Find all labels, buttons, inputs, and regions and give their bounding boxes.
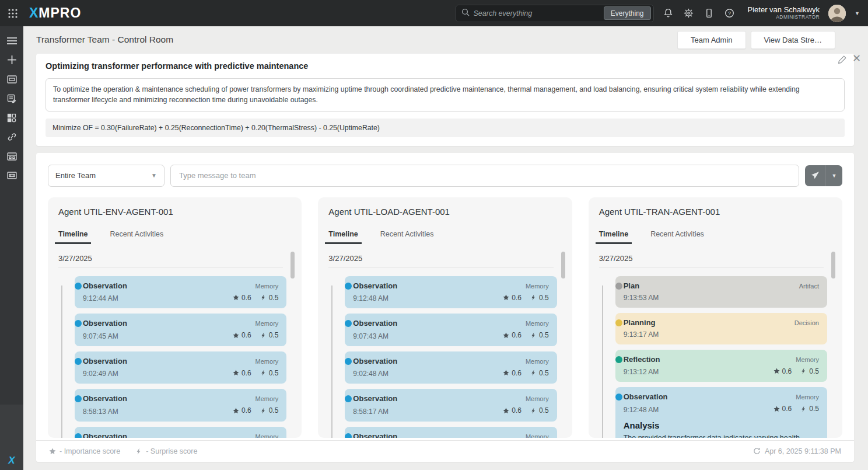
- timeline-entry[interactable]: PlanArtifact 9:13:53 AM: [615, 276, 827, 308]
- importance-legend: - Importance score: [49, 447, 120, 455]
- objective-card: Optimizing transformer performance with …: [36, 54, 854, 146]
- entry-type: Memory: [526, 283, 549, 290]
- tab-timeline[interactable]: Timeline: [599, 230, 628, 244]
- notifications-icon[interactable]: [663, 8, 674, 19]
- entry-type: Memory: [526, 320, 549, 327]
- user-menu[interactable]: Pieter van Schalkwyk ADMINISTRATOR: [748, 6, 820, 20]
- objective-description: To optimize the operation & maintenance …: [46, 78, 845, 112]
- timeline-dot: [75, 283, 82, 290]
- lightning-icon: [530, 408, 537, 414]
- menu-icon[interactable]: [0, 31, 23, 50]
- lightning-icon: [530, 332, 537, 339]
- objective-formula: Minimize OF = 0.30(FailureRate) + 0.25(R…: [46, 119, 845, 137]
- settings-gear-icon[interactable]: [683, 8, 695, 19]
- analysis-heading: Analysis: [624, 420, 819, 430]
- team-admin-button[interactable]: Team Admin: [677, 31, 746, 49]
- entry-title: Observation: [83, 357, 127, 365]
- panel-icon[interactable]: [0, 69, 23, 89]
- timeline-entry[interactable]: ObservationMemory 9:02:49 AM0.60.5: [75, 351, 286, 384]
- lightning-icon: [260, 408, 267, 414]
- scrollbar-thumb[interactable]: [290, 252, 295, 278]
- timeline-dot: [75, 358, 82, 365]
- timeline-entry[interactable]: ObservationMemory 9:07:43 AM0.60.5: [345, 314, 556, 346]
- svg-text:?: ?: [728, 11, 731, 16]
- message-input[interactable]: [170, 165, 799, 187]
- entry-type: Memory: [526, 433, 549, 438]
- timeline-entry[interactable]: PlanningDecision 9:13:17 AM: [615, 313, 827, 344]
- timeline-entry[interactable]: ReflectionMemory 9:13:12 AM0.60.5: [615, 350, 827, 382]
- refresh-icon[interactable]: [753, 447, 761, 455]
- link-icon[interactable]: [0, 127, 23, 147]
- app-launcher-icon[interactable]: [5, 5, 21, 22]
- scrollbar-thumb[interactable]: [561, 252, 565, 278]
- agent-card: Agent UTIL-TRAN-AGENT-001 Timeline Recen…: [589, 197, 842, 438]
- entry-type: Memory: [256, 433, 279, 438]
- timeline-entry[interactable]: ObservationMemory 9:12:44 AM0.60.5: [75, 276, 286, 309]
- blocks-icon[interactable]: [0, 108, 23, 127]
- add-icon[interactable]: [0, 50, 23, 69]
- last-updated-text: Apr 6, 2025 9:11:38 PM: [765, 447, 841, 455]
- agent-tabs: Timeline Recent Activities: [58, 230, 291, 244]
- calculator-icon[interactable]: [0, 147, 23, 166]
- entry-scores: 0.60.5: [233, 294, 278, 302]
- mobile-device-icon[interactable]: [704, 8, 715, 19]
- entry-time: 9:13:17 AM: [624, 330, 659, 339]
- send-icon[interactable]: [805, 165, 826, 186]
- timeline-entry[interactable]: ObservationMemory 9:12:48 AM0.60.5 Analy…: [615, 387, 827, 438]
- star-icon: [233, 294, 239, 301]
- timeline-dot: [615, 394, 622, 401]
- entry-time: 9:02:49 AM: [83, 370, 118, 378]
- timeline-entry[interactable]: ObservationMemory 8:37:53 AM0.60.5: [75, 427, 286, 438]
- clipboard-icon[interactable]: [0, 89, 23, 108]
- send-options-caret-icon[interactable]: ▼: [826, 165, 842, 186]
- entry-type: Decision: [794, 319, 819, 326]
- lightning-icon: [135, 448, 142, 455]
- close-icon[interactable]: ✕: [852, 53, 861, 64]
- view-data-stream-button[interactable]: View Data Stre…: [751, 31, 835, 49]
- tab-timeline[interactable]: Timeline: [328, 230, 358, 244]
- main-content: ✕ Transformer Team - Control Room Team A…: [23, 26, 868, 470]
- timeline-entries: PlanArtifact 9:13:53 AM PlanningDecision…: [599, 276, 827, 438]
- panel-footer: - Importance score - Surprise score Apr …: [36, 440, 854, 462]
- lightning-icon: [530, 370, 537, 376]
- entry-scores: 0.60.5: [503, 294, 548, 302]
- tab-recent-activities[interactable]: Recent Activities: [380, 230, 434, 244]
- table-icon[interactable]: [0, 166, 23, 185]
- timeline-scroll-area: 3/27/2025 PlanArtifact 9:13:53 AM Planni…: [599, 254, 832, 438]
- search-scope-button[interactable]: Everything: [604, 6, 651, 20]
- search-box[interactable]: Everything: [456, 5, 654, 22]
- timeline-entry[interactable]: ObservationMemory 8:37:47 AM0.60.5: [345, 427, 556, 438]
- user-caret-icon[interactable]: ▼: [855, 11, 860, 16]
- entry-time: 8:58:17 AM: [353, 408, 388, 416]
- tab-recent-activities[interactable]: Recent Activities: [650, 230, 704, 244]
- entry-title: Observation: [353, 281, 397, 290]
- agent-card: Agent UTIL-LOAD-AGENT-001 Timeline Recen…: [318, 197, 572, 438]
- timeline-entries: ObservationMemory 9:12:44 AM0.60.5 Obser…: [58, 276, 286, 438]
- tab-recent-activities[interactable]: Recent Activities: [110, 230, 163, 244]
- timeline-entry[interactable]: ObservationMemory 8:58:17 AM0.60.5: [345, 389, 556, 422]
- edit-pencil-icon[interactable]: [838, 55, 846, 67]
- timeline-entry[interactable]: ObservationMemory 9:07:45 AM0.60.5: [75, 314, 286, 346]
- scrollbar-thumb[interactable]: [831, 252, 835, 278]
- entry-time: 9:07:43 AM: [353, 332, 388, 340]
- timeline-entry[interactable]: ObservationMemory 9:12:48 AM0.60.5: [345, 276, 556, 309]
- send-button[interactable]: ▼: [805, 165, 842, 186]
- timeline-entry[interactable]: ObservationMemory 9:02:48 AM0.60.5: [345, 351, 556, 384]
- tab-timeline[interactable]: Timeline: [58, 230, 88, 244]
- entry-title: Observation: [353, 394, 397, 403]
- recipient-select[interactable]: Entire Team ▼: [48, 165, 164, 187]
- entry-type: Artifact: [799, 283, 819, 290]
- search-input[interactable]: [474, 9, 600, 18]
- timeline-dot: [345, 433, 352, 438]
- timeline-rail: [602, 286, 603, 438]
- timeline-dot: [75, 433, 82, 438]
- avatar[interactable]: [828, 5, 846, 22]
- timeline-date: 3/27/2025: [599, 254, 824, 267]
- entry-scores: 0.60.5: [233, 406, 278, 415]
- timeline-entry[interactable]: ObservationMemory 8:58:13 AM0.60.5: [75, 389, 286, 422]
- xmpro-x-logo: X: [0, 455, 23, 466]
- lightning-icon: [260, 370, 267, 376]
- lightning-icon: [530, 294, 537, 301]
- entry-title: Observation: [83, 319, 127, 328]
- help-icon[interactable]: ?: [724, 8, 736, 19]
